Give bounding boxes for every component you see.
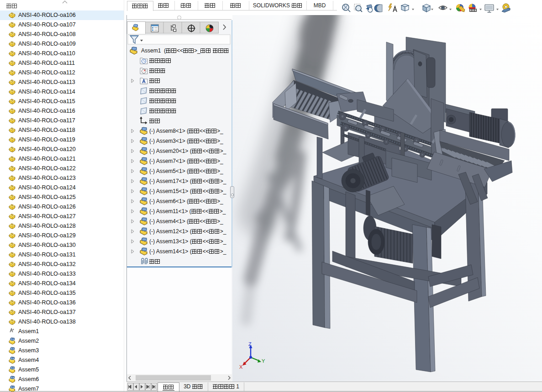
svg-text:Z: Z — [248, 341, 252, 347]
svg-text:Y: Y — [262, 358, 265, 364]
svg-text:X: X — [239, 364, 243, 370]
